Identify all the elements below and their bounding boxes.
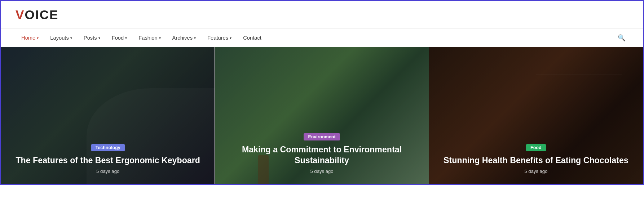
logo-v: V: [16, 8, 25, 22]
card-title-2: Making a Commitment to Environmental Sus…: [225, 144, 418, 166]
card-environment[interactable]: Environment Making a Commitment to Envir…: [215, 47, 429, 184]
nav-item-archives[interactable]: Archives ▾: [167, 28, 202, 47]
main-nav: Home ▾ Layouts ▾ Posts ▾ Food ▾ Fashion: [1, 28, 643, 47]
chevron-icon: ▾: [230, 36, 231, 40]
chevron-icon: ▾: [98, 36, 100, 40]
nav-link-home[interactable]: Home ▾: [16, 28, 44, 47]
nav-link-food[interactable]: Food ▾: [106, 28, 133, 47]
logo-rest: OICE: [25, 8, 58, 22]
chevron-icon: ▾: [37, 36, 39, 40]
card-content-1: Technology The Features of the Best Ergo…: [11, 144, 204, 174]
nav-link-layouts[interactable]: Layouts ▾: [44, 28, 78, 47]
chevron-icon: ▾: [70, 36, 72, 40]
nav-link-contact[interactable]: Contact: [237, 28, 267, 47]
chevron-icon: ▾: [125, 36, 127, 40]
site-logo[interactable]: VOICE: [16, 8, 59, 22]
nav-link-features[interactable]: Features ▾: [202, 28, 237, 47]
card-content-3: Food Stunning Health Benefits of Eating …: [439, 144, 633, 174]
card-badge-technology: Technology: [91, 144, 125, 151]
nav-item-posts[interactable]: Posts ▾: [78, 28, 106, 47]
nav-link-posts[interactable]: Posts ▾: [78, 28, 106, 47]
nav-item-fashion[interactable]: Fashion ▾: [133, 28, 166, 47]
nav-list: Home ▾ Layouts ▾ Posts ▾ Food ▾ Fashion: [16, 28, 615, 47]
card-title-1: The Features of the Best Ergonomic Keybo…: [11, 155, 204, 166]
card-technology[interactable]: Technology The Features of the Best Ergo…: [1, 47, 215, 184]
chevron-icon: ▾: [159, 36, 161, 40]
card-content-2: Environment Making a Commitment to Envir…: [225, 133, 418, 174]
nav-item-layouts[interactable]: Layouts ▾: [44, 28, 78, 47]
site-header: VOICE: [1, 1, 643, 28]
card-date-1: 5 days ago: [11, 169, 204, 174]
card-date-3: 5 days ago: [439, 169, 633, 174]
nav-link-archives[interactable]: Archives ▾: [167, 28, 202, 47]
nav-item-home[interactable]: Home ▾: [16, 28, 44, 47]
chevron-icon: ▾: [194, 36, 196, 40]
hero-section: Technology The Features of the Best Ergo…: [1, 47, 643, 184]
card-title-3: Stunning Health Benefits of Eating Choco…: [439, 155, 633, 166]
card-date-2: 5 days ago: [225, 169, 418, 174]
card-badge-environment: Environment: [304, 133, 340, 140]
nav-item-features[interactable]: Features ▾: [202, 28, 237, 47]
card-food[interactable]: Food Stunning Health Benefits of Eating …: [429, 47, 643, 184]
search-icon[interactable]: 🔍: [615, 31, 628, 45]
nav-item-food[interactable]: Food ▾: [106, 28, 133, 47]
nav-item-contact[interactable]: Contact: [237, 28, 267, 47]
card-badge-food: Food: [526, 144, 546, 151]
nav-link-fashion[interactable]: Fashion ▾: [133, 28, 166, 47]
